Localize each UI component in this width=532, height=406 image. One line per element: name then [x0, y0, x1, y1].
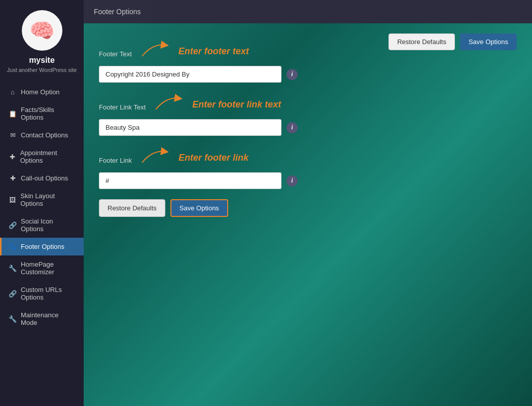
sidebar-label-footer: Footer Options [21, 243, 64, 250]
contact-icon: ✉ [9, 131, 17, 139]
sidebar-label-home: Home Option [21, 88, 60, 96]
footer-link-input[interactable] [99, 172, 281, 189]
sidebar-item-callout[interactable]: ✚ Call-out Options [0, 169, 84, 187]
sidebar-item-maintenance[interactable]: 🔧 Maintenance Mode [0, 306, 84, 331]
sidebar-nav: ⌂ Home Option 📋 Facts/Skills Options ✉ C… [0, 83, 84, 331]
social-icon: 🔗 [9, 222, 17, 229]
sidebar-label-homepage: HomePage Customizer [21, 261, 77, 276]
footer-text-section: Footer Text Enter footer text i [99, 39, 517, 83]
footer-text-field-row: i [99, 66, 517, 83]
sidebar-label-appointment: Appointment Options [20, 149, 77, 164]
sidebar-label-skin: Skin Layout Options [20, 192, 77, 207]
sidebar-label-custom-urls: Custom URLs Options [21, 286, 77, 301]
page-title: Footer Options [94, 8, 141, 16]
sidebar-item-custom-urls[interactable]: 🔗 Custom URLs Options [0, 281, 84, 306]
footer-link-label: Footer Link [99, 157, 132, 164]
maintenance-icon: 🔧 [9, 315, 17, 323]
site-title: mysite [29, 56, 55, 65]
save-options-bottom-button[interactable]: Save Options [170, 199, 228, 217]
sidebar-label-social: Social Icon Options [21, 217, 77, 233]
footer-link-text-section: Footer Link Text Enter footer link text [99, 92, 517, 136]
footer-link-section: Footer Link Enter footer link i [99, 145, 517, 189]
logo-icon: 🧠 [29, 19, 55, 43]
arrow-footer-link-text [151, 94, 191, 115]
custom-urls-icon: 🔗 [9, 290, 17, 298]
sidebar-item-social-icon[interactable]: 🔗 Social Icon Options [0, 212, 84, 238]
content-area: Restore Defaults Save Options Footer Tex… [84, 23, 532, 232]
sidebar-item-homepage-customizer[interactable]: 🔧 HomePage Customizer [0, 255, 84, 281]
annotation-footer-link: Enter footer link [179, 153, 249, 163]
restore-defaults-bottom-button[interactable]: Restore Defaults [99, 199, 165, 217]
sidebar-item-skin-layout[interactable]: 🖼 Skin Layout Options [0, 187, 84, 212]
skin-icon: 🖼 [9, 196, 16, 204]
footer-link-info-icon[interactable]: i [287, 175, 298, 187]
main-content: Footer Options Restore Defaults Save Opt… [84, 0, 532, 406]
footer-link-text-field-row: i [99, 119, 517, 136]
home-icon: ⌂ [9, 88, 17, 96]
homepage-icon: 🔧 [9, 265, 17, 272]
sidebar-label-callout: Call-out Options [21, 174, 68, 182]
sidebar-item-home-option[interactable]: ⌂ Home Option [0, 83, 84, 101]
page-title-bar: Footer Options [84, 0, 151, 23]
bottom-actions: Restore Defaults Save Options [99, 199, 517, 217]
footer-link-field-row: i [99, 172, 517, 189]
annotation-footer-text: Enter footer text [179, 46, 249, 57]
callout-icon: ✚ [9, 174, 17, 182]
sidebar-item-facts-skills[interactable]: 📋 Facts/Skills Options [0, 101, 84, 126]
sidebar-label-maintenance: Maintenance Mode [21, 311, 77, 326]
appointment-icon: ✚ [9, 153, 16, 161]
footer-text-input[interactable] [99, 66, 281, 83]
sidebar-item-appointment[interactable]: ✚ Appointment Options [0, 144, 84, 169]
page-header: Footer Options [84, 0, 532, 23]
site-subtitle: Just another WordPress site [2, 67, 82, 73]
sidebar-item-footer-options[interactable]: 🐾 Footer Options [0, 238, 84, 255]
arrow-footer-text [137, 41, 178, 61]
facts-icon: 📋 [9, 110, 17, 118]
sidebar-item-contact[interactable]: ✉ Contact Options [0, 126, 84, 144]
sidebar-label-contact: Contact Options [21, 131, 68, 139]
arrow-footer-link [137, 147, 178, 168]
sidebar-label-facts: Facts/Skills Options [21, 106, 77, 121]
site-logo: 🧠 [22, 10, 62, 51]
sidebar: 🧠 mysite Just another WordPress site ⌂ H… [0, 0, 84, 406]
footer-text-label: Footer Text [99, 50, 132, 58]
footer-text-info-icon[interactable]: i [287, 69, 298, 80]
footer-link-text-info-icon[interactable]: i [287, 122, 298, 133]
footer-icon: 🐾 [9, 243, 17, 250]
footer-link-text-input[interactable] [99, 119, 281, 136]
footer-link-text-label: Footer Link Text [99, 103, 146, 111]
annotation-footer-link-text: Enter footer link text [192, 99, 281, 110]
